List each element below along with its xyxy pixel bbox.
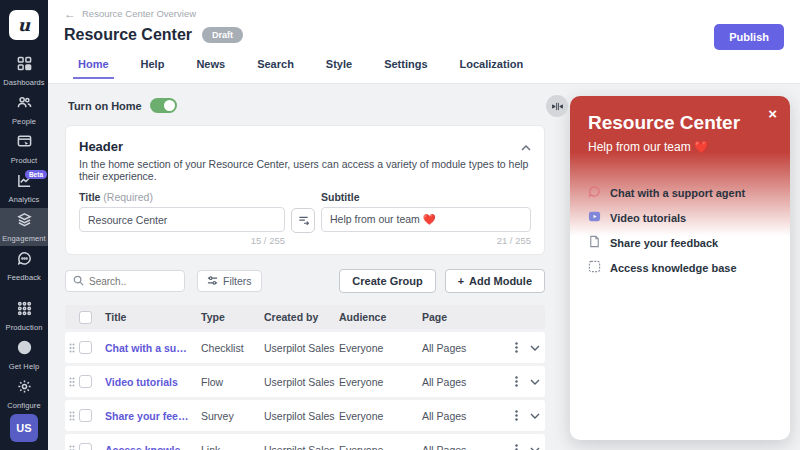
beta-badge: Beta bbox=[25, 170, 47, 179]
dashboards-icon bbox=[17, 56, 32, 75]
preview-item-chat[interactable]: Chat with a support agent bbox=[588, 180, 772, 205]
home-toggle-row: Turn on Home bbox=[68, 98, 606, 113]
main-pane: Turn on Home Header In the home section … bbox=[48, 84, 606, 450]
title-field-group: Title (Required) 15 / 255 bbox=[79, 191, 285, 246]
sidebar-item-analytics[interactable]: Beta Analytics bbox=[0, 169, 48, 207]
search-box[interactable] bbox=[65, 270, 185, 292]
chevron-down-icon[interactable] bbox=[525, 345, 545, 351]
user-avatar[interactable]: US bbox=[10, 414, 38, 442]
tab-home[interactable]: Home bbox=[73, 54, 114, 79]
close-icon[interactable]: × bbox=[768, 105, 777, 122]
sidebar: u Dashboards People bbox=[0, 0, 48, 450]
sidebar-item-configure[interactable]: Configure bbox=[0, 375, 48, 413]
module-title-link[interactable]: Video tutorials bbox=[105, 376, 201, 388]
sidebar-item-engagement[interactable]: Engagement bbox=[0, 208, 48, 246]
sidebar-item-dashboards[interactable]: Dashboards bbox=[0, 52, 48, 90]
row-checkbox[interactable] bbox=[79, 409, 92, 422]
row-checkbox[interactable] bbox=[79, 375, 92, 388]
tab-help[interactable]: Help bbox=[136, 54, 170, 79]
engagement-layers-icon bbox=[17, 212, 32, 231]
preview-item-label: Chat with a support agent bbox=[610, 187, 745, 199]
tab-localization[interactable]: Localization bbox=[455, 54, 529, 79]
product-icon bbox=[17, 134, 32, 153]
sidebar-label: Analytics bbox=[9, 195, 40, 204]
publish-button[interactable]: Publish bbox=[714, 24, 784, 50]
preview-resize-handle[interactable] bbox=[546, 95, 568, 117]
sidebar-item-product[interactable]: Product bbox=[0, 130, 48, 168]
column-page: Page bbox=[422, 311, 507, 323]
module-title-link[interactable]: Share your feedba... bbox=[105, 410, 201, 422]
select-all-checkbox[interactable] bbox=[79, 311, 92, 324]
drag-handle-icon[interactable] bbox=[65, 377, 79, 387]
plus-icon: + bbox=[458, 275, 464, 287]
chevron-down-icon[interactable] bbox=[525, 413, 545, 419]
production-grid-icon bbox=[17, 301, 32, 320]
preview-item-label: Access knowledge base bbox=[610, 262, 737, 274]
help-icon: ? bbox=[17, 340, 32, 359]
module-page: All Pages bbox=[422, 342, 507, 354]
column-created-by: Created by bbox=[264, 311, 339, 323]
create-group-button[interactable]: Create Group bbox=[339, 269, 435, 293]
card-description: In the home section of your Resource Cen… bbox=[79, 158, 531, 182]
search-icon bbox=[73, 272, 84, 290]
row-checkbox[interactable] bbox=[79, 341, 92, 354]
module-title-link[interactable]: Access knowledge ... bbox=[105, 444, 201, 450]
add-module-button[interactable]: + Add Module bbox=[445, 269, 545, 293]
chevron-down-icon[interactable] bbox=[525, 447, 545, 450]
title-input[interactable] bbox=[79, 207, 285, 232]
tab-search[interactable]: Search bbox=[252, 54, 299, 79]
preview-item-knowledge[interactable]: Access knowledge base bbox=[588, 255, 772, 280]
card-title: Header bbox=[79, 139, 123, 154]
tab-news[interactable]: News bbox=[191, 54, 230, 79]
tab-bar: Home Help News Search Style Settings Loc… bbox=[73, 54, 800, 79]
sidebar-item-people[interactable]: People bbox=[0, 91, 48, 129]
tab-style[interactable]: Style bbox=[321, 54, 357, 79]
required-hint: (Required) bbox=[103, 191, 153, 203]
module-page: All Pages bbox=[422, 376, 507, 388]
module-type: Link bbox=[201, 444, 264, 450]
status-badge: Draft bbox=[202, 27, 243, 43]
sidebar-item-get-help[interactable]: ? Get Help bbox=[0, 336, 48, 374]
drag-handle-icon[interactable] bbox=[65, 343, 79, 353]
userpilot-logo[interactable]: u bbox=[9, 10, 39, 40]
content-area: Turn on Home Header In the home section … bbox=[48, 84, 800, 450]
chat-bubble-icon bbox=[588, 184, 601, 202]
row-checkbox[interactable] bbox=[79, 443, 92, 450]
preview-item-label: Share your feedback bbox=[610, 237, 718, 249]
module-type: Flow bbox=[201, 376, 264, 388]
breadcrumb-label[interactable]: Resource Center Overview bbox=[82, 8, 196, 19]
localize-field-button[interactable] bbox=[291, 208, 315, 233]
feedback-icon bbox=[17, 251, 32, 270]
video-play-icon bbox=[588, 209, 601, 227]
module-title-link[interactable]: Chat with a suppo... bbox=[105, 342, 201, 354]
sidebar-item-production[interactable]: Production bbox=[0, 297, 48, 335]
preview-subtitle: Help from our team ❤️ bbox=[570, 134, 790, 154]
filters-button[interactable]: Filters bbox=[197, 270, 262, 292]
sidebar-label: Engagement bbox=[2, 234, 46, 243]
subtitle-input[interactable] bbox=[321, 207, 531, 232]
drag-handle-icon[interactable] bbox=[65, 411, 79, 421]
module-audience: Everyone bbox=[339, 444, 422, 450]
resource-center-preview: × Resource Center Help from our team ❤️ … bbox=[570, 96, 790, 440]
drag-handle-icon[interactable] bbox=[65, 445, 79, 450]
sidebar-item-feedback[interactable]: Feedback bbox=[0, 247, 48, 285]
module-audience: Everyone bbox=[339, 410, 422, 422]
kebab-menu-icon[interactable] bbox=[507, 410, 525, 421]
tab-settings[interactable]: Settings bbox=[379, 54, 432, 79]
kebab-menu-icon[interactable] bbox=[507, 376, 525, 387]
column-title: Title bbox=[105, 311, 201, 323]
sidebar-label: People bbox=[12, 117, 36, 126]
preview-item-video[interactable]: Video tutorials bbox=[588, 205, 772, 230]
header-card: Header In the home section of your Resou… bbox=[65, 125, 545, 255]
kebab-menu-icon[interactable] bbox=[507, 444, 525, 450]
sidebar-label: Dashboards bbox=[3, 78, 44, 87]
preview-item-feedback[interactable]: Share your feedback bbox=[588, 230, 772, 255]
search-input[interactable] bbox=[89, 276, 177, 287]
kebab-menu-icon[interactable] bbox=[507, 342, 525, 353]
chevron-down-icon[interactable] bbox=[525, 379, 545, 385]
home-toggle[interactable] bbox=[150, 98, 177, 113]
back-arrow-icon[interactable]: ← bbox=[64, 9, 76, 19]
subtitle-field-label: Subtitle bbox=[321, 191, 531, 203]
breadcrumb[interactable]: ← Resource Center Overview bbox=[48, 0, 800, 19]
chevron-up-icon[interactable] bbox=[521, 137, 531, 155]
